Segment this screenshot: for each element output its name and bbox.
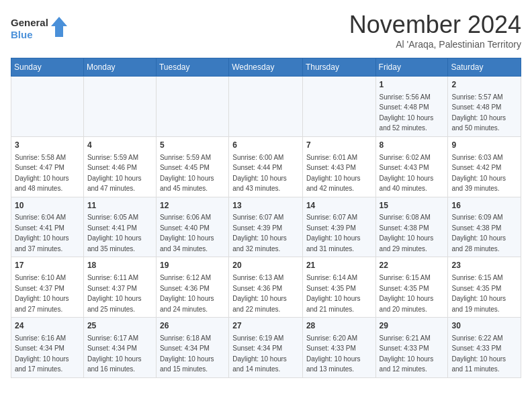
logo-svg: General Blue bbox=[11, 15, 71, 45]
day-info: Sunrise: 6:13 AM Sunset: 4:36 PM Dayligh… bbox=[232, 274, 287, 313]
day-info: Sunrise: 6:03 AM Sunset: 4:42 PM Dayligh… bbox=[451, 154, 506, 193]
day-info: Sunrise: 6:21 AM Sunset: 4:33 PM Dayligh… bbox=[380, 334, 434, 373]
day-info: Sunrise: 6:06 AM Sunset: 4:40 PM Dayligh… bbox=[160, 214, 214, 253]
day-info: Sunrise: 6:08 AM Sunset: 4:38 PM Dayligh… bbox=[380, 214, 434, 253]
day-number: 6 bbox=[232, 140, 299, 151]
day-number: 12 bbox=[160, 200, 225, 212]
day-number: 23 bbox=[451, 260, 517, 271]
weekday-header-monday: Monday bbox=[83, 58, 156, 77]
calendar-cell: 12Sunrise: 6:06 AM Sunset: 4:40 PM Dayli… bbox=[156, 197, 228, 257]
day-info: Sunrise: 5:57 AM Sunset: 4:48 PM Dayligh… bbox=[451, 93, 506, 132]
day-number: 7 bbox=[306, 140, 372, 151]
day-info: Sunrise: 5:59 AM Sunset: 4:45 PM Dayligh… bbox=[160, 154, 214, 193]
calendar-cell: 17Sunrise: 6:10 AM Sunset: 4:37 PM Dayli… bbox=[11, 257, 84, 318]
day-number: 17 bbox=[15, 260, 80, 271]
calendar-cell: 29Sunrise: 6:21 AM Sunset: 4:33 PM Dayli… bbox=[375, 318, 448, 378]
day-number: 26 bbox=[160, 320, 225, 332]
day-info: Sunrise: 6:19 AM Sunset: 4:34 PM Dayligh… bbox=[232, 334, 287, 373]
day-number: 30 bbox=[451, 320, 517, 332]
day-number: 14 bbox=[306, 200, 372, 212]
calendar-week-row: 3Sunrise: 5:58 AM Sunset: 4:47 PM Daylig… bbox=[11, 136, 521, 197]
day-info: Sunrise: 6:15 AM Sunset: 4:35 PM Dayligh… bbox=[380, 274, 434, 313]
day-number: 10 bbox=[15, 200, 80, 212]
day-number: 2 bbox=[451, 79, 517, 91]
calendar-header: SundayMondayTuesdayWednesdayThursdayFrid… bbox=[11, 58, 521, 77]
svg-text:Blue: Blue bbox=[11, 29, 33, 40]
day-info: Sunrise: 6:02 AM Sunset: 4:43 PM Dayligh… bbox=[380, 154, 434, 193]
calendar-cell bbox=[229, 77, 303, 137]
calendar-week-row: 1Sunrise: 5:56 AM Sunset: 4:48 PM Daylig… bbox=[11, 77, 521, 137]
day-number: 20 bbox=[232, 260, 299, 271]
day-number: 8 bbox=[380, 140, 445, 151]
day-info: Sunrise: 5:58 AM Sunset: 4:47 PM Dayligh… bbox=[15, 154, 69, 193]
day-info: Sunrise: 6:01 AM Sunset: 4:43 PM Dayligh… bbox=[306, 154, 361, 193]
calendar-table: SundayMondayTuesdayWednesdayThursdayFrid… bbox=[11, 58, 521, 378]
day-number: 5 bbox=[160, 140, 225, 151]
calendar-cell bbox=[156, 77, 228, 137]
day-info: Sunrise: 5:59 AM Sunset: 4:46 PM Dayligh… bbox=[87, 154, 142, 193]
location-subtitle: Al 'Araqa, Palestinian Territory bbox=[349, 39, 521, 50]
calendar-cell: 3Sunrise: 5:58 AM Sunset: 4:47 PM Daylig… bbox=[11, 136, 84, 197]
calendar-cell: 28Sunrise: 6:20 AM Sunset: 4:33 PM Dayli… bbox=[302, 318, 375, 378]
calendar-cell: 4Sunrise: 5:59 AM Sunset: 4:46 PM Daylig… bbox=[83, 136, 156, 197]
calendar-cell: 16Sunrise: 6:09 AM Sunset: 4:38 PM Dayli… bbox=[448, 197, 521, 257]
day-info: Sunrise: 6:00 AM Sunset: 4:44 PM Dayligh… bbox=[232, 154, 287, 193]
weekday-header-thursday: Thursday bbox=[302, 58, 375, 77]
calendar-cell: 27Sunrise: 6:19 AM Sunset: 4:34 PM Dayli… bbox=[229, 318, 303, 378]
day-number: 13 bbox=[232, 200, 299, 212]
day-number: 11 bbox=[87, 200, 152, 212]
calendar-cell: 23Sunrise: 6:15 AM Sunset: 4:35 PM Dayli… bbox=[448, 257, 521, 318]
day-info: Sunrise: 6:20 AM Sunset: 4:33 PM Dayligh… bbox=[306, 334, 361, 373]
day-number: 3 bbox=[15, 140, 80, 151]
day-number: 15 bbox=[380, 200, 445, 212]
day-info: Sunrise: 6:16 AM Sunset: 4:34 PM Dayligh… bbox=[15, 334, 69, 373]
calendar-cell: 11Sunrise: 6:05 AM Sunset: 4:41 PM Dayli… bbox=[83, 197, 156, 257]
calendar-cell: 6Sunrise: 6:00 AM Sunset: 4:44 PM Daylig… bbox=[229, 136, 303, 197]
day-info: Sunrise: 6:15 AM Sunset: 4:35 PM Dayligh… bbox=[451, 274, 506, 313]
day-number: 25 bbox=[87, 320, 152, 332]
day-number: 28 bbox=[306, 320, 372, 332]
day-info: Sunrise: 6:17 AM Sunset: 4:34 PM Dayligh… bbox=[87, 334, 142, 373]
calendar-cell: 19Sunrise: 6:12 AM Sunset: 4:36 PM Dayli… bbox=[156, 257, 228, 318]
day-number: 29 bbox=[380, 320, 445, 332]
svg-marker-2 bbox=[51, 17, 67, 37]
calendar-cell: 14Sunrise: 6:07 AM Sunset: 4:39 PM Dayli… bbox=[302, 197, 375, 257]
calendar-cell: 25Sunrise: 6:17 AM Sunset: 4:34 PM Dayli… bbox=[83, 318, 156, 378]
page-header: General Blue November 2024 Al 'Araqa, Pa… bbox=[11, 11, 521, 50]
weekday-header-friday: Friday bbox=[375, 58, 448, 77]
title-block: November 2024 Al 'Araqa, Palestinian Ter… bbox=[349, 11, 521, 50]
calendar-cell bbox=[11, 77, 84, 137]
calendar-cell: 1Sunrise: 5:56 AM Sunset: 4:48 PM Daylig… bbox=[375, 77, 448, 137]
calendar-cell: 5Sunrise: 5:59 AM Sunset: 4:45 PM Daylig… bbox=[156, 136, 228, 197]
calendar-cell: 13Sunrise: 6:07 AM Sunset: 4:39 PM Dayli… bbox=[229, 197, 303, 257]
day-info: Sunrise: 6:05 AM Sunset: 4:41 PM Dayligh… bbox=[87, 214, 142, 253]
day-number: 21 bbox=[306, 260, 372, 271]
day-info: Sunrise: 6:18 AM Sunset: 4:34 PM Dayligh… bbox=[160, 334, 214, 373]
weekday-header-tuesday: Tuesday bbox=[156, 58, 228, 77]
day-info: Sunrise: 6:12 AM Sunset: 4:36 PM Dayligh… bbox=[160, 274, 214, 313]
day-number: 16 bbox=[451, 200, 517, 212]
day-info: Sunrise: 6:07 AM Sunset: 4:39 PM Dayligh… bbox=[232, 214, 287, 253]
calendar-cell: 9Sunrise: 6:03 AM Sunset: 4:42 PM Daylig… bbox=[448, 136, 521, 197]
day-info: Sunrise: 6:07 AM Sunset: 4:39 PM Dayligh… bbox=[306, 214, 361, 253]
weekday-header-row: SundayMondayTuesdayWednesdayThursdayFrid… bbox=[11, 58, 521, 77]
day-info: Sunrise: 6:14 AM Sunset: 4:35 PM Dayligh… bbox=[306, 274, 361, 313]
day-info: Sunrise: 6:22 AM Sunset: 4:33 PM Dayligh… bbox=[451, 334, 506, 373]
calendar-cell bbox=[302, 77, 375, 137]
day-number: 24 bbox=[15, 320, 80, 332]
weekday-header-sunday: Sunday bbox=[11, 58, 84, 77]
day-number: 22 bbox=[380, 260, 445, 271]
calendar-cell: 21Sunrise: 6:14 AM Sunset: 4:35 PM Dayli… bbox=[302, 257, 375, 318]
day-number: 1 bbox=[380, 79, 445, 91]
calendar-cell: 20Sunrise: 6:13 AM Sunset: 4:36 PM Dayli… bbox=[229, 257, 303, 318]
calendar-cell: 15Sunrise: 6:08 AM Sunset: 4:38 PM Dayli… bbox=[375, 197, 448, 257]
calendar-cell: 2Sunrise: 5:57 AM Sunset: 4:48 PM Daylig… bbox=[448, 77, 521, 137]
calendar-week-row: 17Sunrise: 6:10 AM Sunset: 4:37 PM Dayli… bbox=[11, 257, 521, 318]
calendar-body: 1Sunrise: 5:56 AM Sunset: 4:48 PM Daylig… bbox=[11, 77, 521, 378]
calendar-cell: 10Sunrise: 6:04 AM Sunset: 4:41 PM Dayli… bbox=[11, 197, 84, 257]
day-number: 18 bbox=[87, 260, 152, 271]
month-title: November 2024 bbox=[349, 11, 521, 39]
day-number: 19 bbox=[160, 260, 225, 271]
calendar-week-row: 10Sunrise: 6:04 AM Sunset: 4:41 PM Dayli… bbox=[11, 197, 521, 257]
day-number: 4 bbox=[87, 140, 152, 151]
